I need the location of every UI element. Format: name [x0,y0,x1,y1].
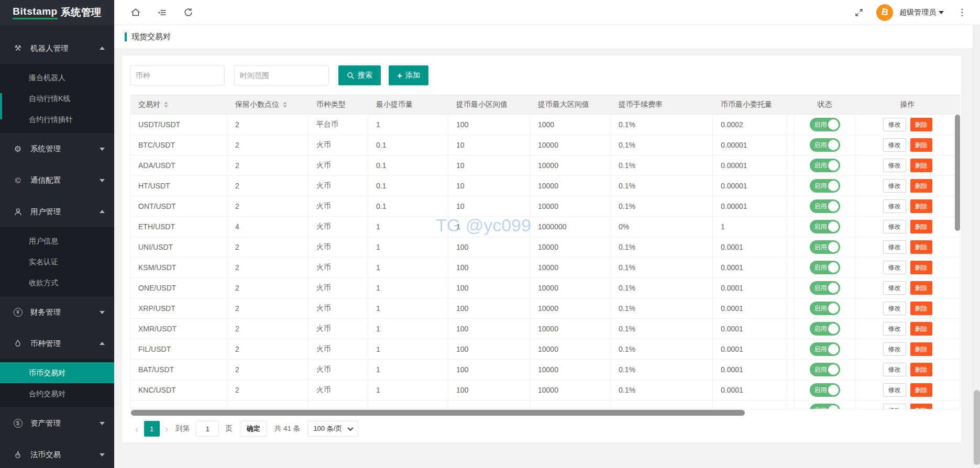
prev-page-icon[interactable]: ‹ [131,423,143,435]
date-range-input[interactable] [234,65,329,85]
goto-page-input[interactable] [196,421,219,437]
delete-button[interactable]: 删除 [910,342,932,356]
column-header-1[interactable]: 保留小数点位 [227,95,309,114]
sidebar-item-2[interactable]: ©通信配置 [0,164,114,196]
status-toggle[interactable]: 启用 [810,118,840,131]
cell-pair: XRP/USDT [130,298,227,318]
sidebar-subitem-0-1[interactable]: 自动行情K线 [0,88,114,109]
edit-button[interactable]: 修改 [883,363,906,376]
status-toggle[interactable]: 启用 [810,261,840,274]
sidebar-subitem-3-0[interactable]: 用户信息 [0,230,114,251]
cell-fee: 0.1% [611,278,713,298]
page-size-select[interactable]: 100 条/页 [307,421,358,437]
status-toggle[interactable]: 启用 [810,240,840,254]
next-page-icon[interactable]: › [161,423,173,435]
cell-min_withdraw: 1 [368,360,448,380]
delete-button[interactable]: 删除 [910,281,932,295]
edit-button[interactable]: 修改 [883,240,906,254]
fiat-flame-icon [12,450,24,459]
avatar[interactable]: B [876,4,893,21]
delete-button[interactable]: 删除 [910,118,932,131]
delete-button[interactable]: 删除 [910,199,932,213]
sidebar-subitem-0-0[interactable]: 撮合机器人 [0,67,114,88]
delete-button[interactable]: 删除 [910,179,932,193]
edit-button[interactable]: 修改 [883,199,906,213]
edit-button[interactable]: 修改 [883,118,906,131]
more-menu-icon[interactable]: ⋮ [957,7,966,18]
edit-button[interactable]: 修改 [883,342,906,356]
table-horizontal-scrollbar[interactable] [131,410,745,416]
coin-input[interactable] [130,65,225,85]
sidebar-subitem-3-2[interactable]: 收款方式 [0,272,114,293]
edit-button[interactable]: 修改 [883,404,906,409]
toggle-knob [828,405,839,409]
edit-button[interactable]: 修改 [883,220,906,233]
home-icon[interactable] [130,7,141,18]
table-vertical-scrollbar[interactable] [955,115,960,231]
edit-button[interactable]: 修改 [883,179,906,193]
sort-icon[interactable] [283,99,287,110]
edit-button[interactable]: 修改 [883,138,906,152]
sidebar-item-0[interactable]: ⚒机器人管理 [0,32,114,64]
status-toggle[interactable]: 启用 [810,159,840,172]
sidebar-item-1[interactable]: ⚙系统管理 [0,133,114,164]
status-toggle[interactable]: 启用 [810,383,840,397]
sidebar-scrollbar[interactable] [0,93,2,119]
sidebar-item-4[interactable]: ¥财务管理 [0,296,114,328]
column-header-7: 币币最小委托量 [713,95,787,114]
cell-type: 平台币 [309,115,368,135]
confirm-page-button[interactable]: 确定 [240,421,267,437]
column-header-0[interactable]: 交易对 [130,95,227,114]
fullscreen-icon[interactable] [853,7,865,18]
goto-prefix: 到第 [175,424,190,433]
sort-icon[interactable] [164,99,168,110]
status-toggle[interactable]: 启用 [810,322,840,336]
delete-button[interactable]: 删除 [910,138,932,152]
cell-status: 启用 [795,176,855,196]
page-scrollbar-thumb[interactable] [974,390,980,465]
search-button[interactable]: 搜索 [338,65,381,85]
delete-button[interactable]: 删除 [910,159,932,172]
delete-button[interactable]: 删除 [910,240,932,254]
status-toggle[interactable]: 启用 [810,281,840,295]
edit-button[interactable]: 修改 [883,302,906,315]
sidebar-subitem-3-1[interactable]: 实名认证 [0,251,114,272]
column-header-2: 币种类型 [309,95,368,114]
sidebar-item-label: 系统管理 [30,144,61,154]
status-toggle[interactable]: 启用 [810,179,840,193]
delete-button[interactable]: 删除 [910,302,932,315]
status-toggle[interactable]: 启用 [810,363,840,376]
delete-button[interactable]: 删除 [910,261,932,274]
edit-button[interactable]: 修改 [883,322,906,336]
status-toggle[interactable]: 启用 [810,302,840,315]
add-button[interactable]: + 添加 [389,65,428,85]
sidebar-item-7[interactable]: 法币交易 [0,439,114,468]
delete-button[interactable]: 删除 [910,383,932,397]
edit-button[interactable]: 修改 [883,261,906,274]
delete-button[interactable]: 删除 [910,322,932,336]
sidebar-subitem-5-0[interactable]: 币币交易对 [0,362,114,383]
page-scrollbar[interactable] [973,25,980,468]
edit-button[interactable]: 修改 [883,281,906,295]
current-page-button[interactable]: 1 [144,421,160,437]
delete-button[interactable]: 删除 [910,363,932,376]
status-toggle[interactable]: 启用 [810,138,840,152]
sidebar-item-3[interactable]: 用户管理 [0,196,114,227]
sidebar-item-6[interactable]: $资产管理 [0,407,114,439]
sidebar-subitem-0-2[interactable]: 合约行情插针 [0,109,114,130]
delete-button[interactable]: 删除 [910,404,932,409]
user-menu[interactable]: 超级管理员 [899,8,944,17]
logo-brand: Bitstamp [13,6,57,19]
sidebar-item-5[interactable]: 币种管理 [0,328,114,359]
edit-button[interactable]: 修改 [883,383,906,397]
status-toggle[interactable]: 启用 [810,220,840,233]
status-toggle[interactable]: 启用 [810,342,840,356]
collapse-menu-icon[interactable] [156,7,168,18]
status-toggle[interactable]: 启用 [810,404,840,409]
edit-button[interactable]: 修改 [883,159,906,172]
status-toggle[interactable]: 启用 [810,199,840,213]
delete-button[interactable]: 删除 [910,220,932,233]
sidebar-subitem-5-1[interactable]: 合约交易对 [0,383,114,404]
cell-type: 火币 [309,155,368,175]
refresh-icon[interactable] [182,7,194,18]
